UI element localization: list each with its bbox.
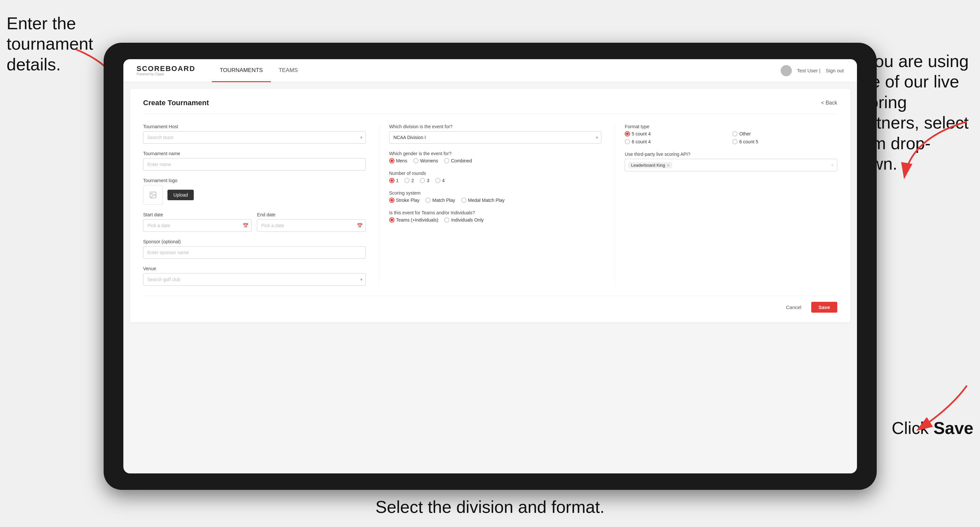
end-date-wrapper: 📅 [257, 219, 366, 232]
format-6count5-radio[interactable] [732, 139, 738, 144]
scoring-medal-label: Medal Match Play [468, 198, 504, 203]
sponsor-group: Sponsor (optional) [143, 239, 366, 259]
format-6count4-radio[interactable] [625, 139, 630, 144]
form-columns: Tournament Host ▾ Tournament name Tourna… [143, 124, 837, 286]
api-group: Use third-party live scoring API? Leader… [625, 152, 837, 171]
rounds-1-radio[interactable] [389, 178, 395, 183]
format-5count4-label: 5 count 4 [632, 131, 651, 137]
scoring-stroke[interactable]: Stroke Play [389, 198, 420, 203]
cancel-button[interactable]: Cancel [780, 302, 807, 313]
nav-item-teams[interactable]: TEAMS [271, 59, 306, 82]
back-link[interactable]: < Back [821, 100, 837, 106]
venue-input[interactable] [143, 273, 366, 286]
format-radio-grid: 5 count 4 Other 6 count 4 [625, 131, 837, 144]
format-group: Format type 5 count 4 Other [625, 124, 837, 144]
api-tag-value: Leaderboard King [631, 163, 665, 168]
gender-womens[interactable]: Womens [413, 158, 438, 163]
division-label: Which division is the event for? [389, 124, 602, 129]
tablet-frame: SCOREBOARD Powered by Clippit TOURNAMENT… [103, 43, 877, 490]
rounds-1[interactable]: 1 [389, 178, 399, 183]
end-date-group: End date 📅 [257, 212, 366, 232]
gender-mens-label: Mens [396, 158, 407, 163]
logo-label: Tournament logo [143, 178, 366, 183]
gender-label: Which gender is the event for? [389, 151, 602, 156]
svg-point-6 [151, 193, 152, 194]
individuals-radio[interactable] [444, 217, 449, 222]
teams-label: Is this event for Teams and/or Individua… [389, 210, 602, 215]
logo-text: SCOREBOARD [137, 65, 196, 72]
rounds-3-label: 3 [427, 178, 429, 183]
nav-sign-out[interactable]: Sign out [826, 68, 844, 73]
rounds-4-label: 4 [442, 178, 445, 183]
main-content: Create Tournament < Back Tournament Host… [123, 82, 857, 473]
gender-womens-label: Womens [420, 158, 438, 163]
upload-button[interactable]: Upload [167, 190, 194, 200]
api-clear-button[interactable]: × [667, 163, 670, 168]
rounds-4[interactable]: 4 [435, 178, 445, 183]
logo-upload-area: Upload [143, 185, 366, 205]
sponsor-label: Sponsor (optional) [143, 239, 366, 244]
rounds-3-radio[interactable] [420, 178, 425, 183]
format-6count4[interactable]: 6 count 4 [625, 139, 730, 144]
host-input[interactable] [143, 131, 366, 144]
nav-avatar [781, 65, 792, 76]
gender-mens-radio[interactable] [389, 158, 395, 163]
teams-radio[interactable] [389, 217, 395, 222]
search-icon: ▾ [360, 135, 363, 140]
gender-combined[interactable]: Combined [444, 158, 472, 163]
page-title: Create Tournament [143, 98, 209, 107]
teams-radio-group: Teams (+Individuals) Individuals Only [389, 217, 602, 222]
calendar-icon: 📅 [243, 223, 248, 228]
scoring-match-radio[interactable] [425, 198, 431, 203]
nav-right: Test User | Sign out [781, 65, 844, 76]
scoring-medal[interactable]: Medal Match Play [461, 198, 504, 203]
host-group: Tournament Host ▾ [143, 124, 366, 144]
logo-area: SCOREBOARD Powered by Clippit [137, 65, 196, 76]
gender-combined-radio[interactable] [444, 158, 449, 163]
rounds-4-radio[interactable] [435, 178, 441, 183]
end-date-label: End date [257, 212, 366, 217]
gender-mens[interactable]: Mens [389, 158, 407, 163]
scoring-stroke-label: Stroke Play [396, 198, 420, 203]
rounds-1-label: 1 [396, 178, 399, 183]
nav-item-tournaments[interactable]: TOURNAMENTS [212, 59, 271, 82]
nav-items: TOURNAMENTS TEAMS [212, 59, 781, 82]
api-input-container[interactable]: Leaderboard King × ÷ [625, 159, 837, 171]
format-label: Format type [625, 124, 837, 129]
gender-combined-label: Combined [451, 158, 472, 163]
gender-womens-radio[interactable] [413, 158, 418, 163]
division-select[interactable]: NCAA Division I [389, 131, 602, 144]
date-row: Start date 📅 End date 📅 [143, 212, 366, 232]
venue-label: Venue [143, 266, 366, 271]
logo-group: Tournament logo Upload [143, 178, 366, 205]
name-label: Tournament name [143, 151, 366, 156]
individuals-option[interactable]: Individuals Only [444, 217, 484, 222]
format-other[interactable]: Other [732, 131, 837, 137]
scoring-stroke-radio[interactable] [389, 198, 395, 203]
scoring-match[interactable]: Match Play [425, 198, 455, 203]
rounds-2-radio[interactable] [404, 178, 410, 183]
sponsor-input[interactable] [143, 246, 366, 259]
api-dropdown-icon[interactable]: ÷ [831, 163, 834, 168]
teams-option[interactable]: Teams (+Individuals) [389, 217, 439, 222]
annotation-select-division: Select the division and format. [375, 497, 605, 517]
name-group: Tournament name [143, 151, 366, 171]
page-header: Create Tournament < Back [143, 98, 837, 114]
format-6count5[interactable]: 6 count 5 [732, 139, 837, 144]
format-6count5-label: 6 count 5 [739, 139, 758, 144]
rounds-3[interactable]: 3 [420, 178, 429, 183]
api-tag: Leaderboard King × [628, 162, 672, 168]
format-5count4-radio[interactable] [625, 131, 630, 137]
end-date-input[interactable] [257, 219, 366, 232]
format-5count4[interactable]: 5 count 4 [625, 131, 730, 137]
logo-placeholder [143, 185, 163, 205]
format-other-radio[interactable] [732, 131, 738, 137]
start-date-input[interactable] [143, 219, 252, 232]
save-button[interactable]: Save [811, 302, 837, 313]
teams-label-text: Teams (+Individuals) [396, 217, 439, 222]
annotation-enter-details: Enter the tournament details. [6, 13, 99, 75]
name-input[interactable] [143, 158, 366, 171]
division-select-wrapper: NCAA Division I ▾ [389, 131, 602, 144]
scoring-medal-radio[interactable] [461, 198, 466, 203]
rounds-2[interactable]: 2 [404, 178, 414, 183]
